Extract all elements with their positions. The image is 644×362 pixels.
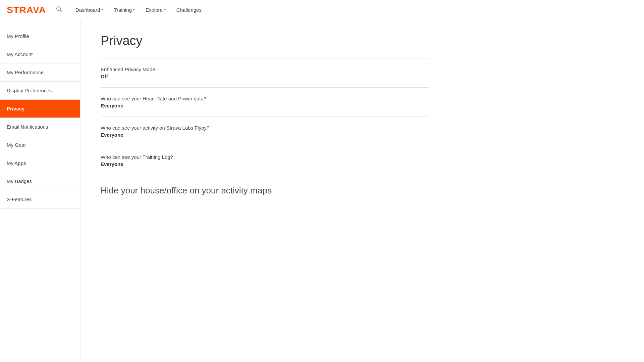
search-icon [56, 6, 62, 12]
sidebar-item-my-gear[interactable]: My Gear [0, 136, 80, 154]
privacy-section-training-log: Who can see your Training Log? Everyone [101, 146, 429, 175]
nav-item-explore[interactable]: Explore ▾ [141, 4, 170, 15]
privacy-section-enhanced-mode: Enhanced Privacy Mode Off [101, 58, 429, 88]
nav-item-challenges[interactable]: Challenges [172, 4, 206, 15]
sidebar-item-email-notifications[interactable]: Email Notifications [0, 118, 80, 136]
privacy-value: Everyone [101, 132, 429, 138]
main-content: Privacy Enhanced Privacy Mode Off Who ca… [80, 20, 449, 362]
privacy-value: Off [101, 74, 429, 79]
sidebar-item-x-features[interactable]: X-Features [0, 190, 80, 209]
privacy-value: Everyone [101, 103, 429, 108]
svg-line-1 [60, 10, 61, 12]
chevron-down-icon: ▾ [164, 8, 166, 12]
nav-item-dashboard[interactable]: Dashboard ▾ [71, 4, 108, 15]
privacy-label: Who can see your Training Log? [101, 154, 429, 160]
privacy-label: Who can see your activity on Strava Labs… [101, 125, 429, 131]
main-layout: My Profile My Account My Performance Dis… [0, 20, 644, 362]
privacy-value: Everyone [101, 161, 429, 167]
hide-home-heading: Hide your house/office on your activity … [101, 185, 429, 196]
sidebar-item-privacy[interactable]: Privacy [0, 100, 80, 118]
privacy-label: Enhanced Privacy Mode [101, 66, 429, 72]
nav-item-training[interactable]: Training ▾ [109, 4, 140, 15]
sidebar-item-my-account[interactable]: My Account [0, 45, 80, 63]
page-title: Privacy [101, 34, 429, 48]
logo[interactable]: STRAVA [7, 5, 46, 15]
main-nav: Dashboard ▾ Training ▾ Explore ▾ Challen… [71, 4, 206, 15]
sidebar-item-my-apps[interactable]: My Apps [0, 154, 80, 172]
site-header: STRAVA Dashboard ▾ Training ▾ Explore ▾ … [0, 0, 644, 20]
chevron-down-icon: ▾ [133, 8, 135, 12]
sidebar-item-my-badges[interactable]: My Badges [0, 172, 80, 190]
search-button[interactable] [53, 4, 65, 16]
logo-text: STRAVA [7, 5, 46, 15]
chevron-down-icon: ▾ [101, 8, 103, 12]
sidebar-item-my-performance[interactable]: My Performance [0, 63, 80, 82]
privacy-label: Who can see your Heart Rate and Power da… [101, 96, 429, 101]
sidebar: My Profile My Account My Performance Dis… [0, 20, 80, 362]
privacy-section-heart-rate: Who can see your Heart Rate and Power da… [101, 88, 429, 117]
sidebar-item-display-preferences[interactable]: Display Preferences [0, 82, 80, 100]
privacy-section-flyby: Who can see your activity on Strava Labs… [101, 117, 429, 146]
sidebar-item-my-profile[interactable]: My Profile [0, 27, 80, 45]
